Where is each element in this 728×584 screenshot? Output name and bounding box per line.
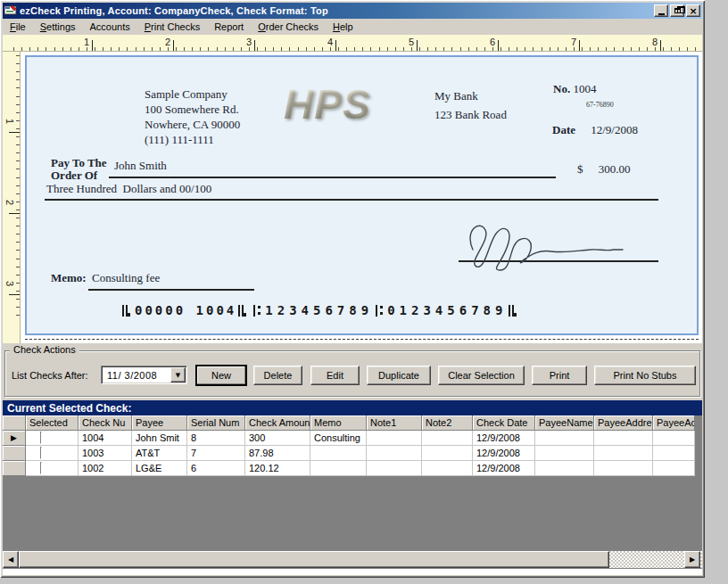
cell-payee-ac[interactable] — [653, 446, 695, 461]
cell-check-num[interactable]: 1004 — [79, 431, 132, 446]
cell-amount[interactable]: 87.98 — [245, 446, 310, 461]
new-button[interactable]: New — [196, 366, 246, 385]
cell-note2[interactable] — [422, 461, 473, 476]
cell-note2[interactable] — [422, 431, 473, 446]
restore-button[interactable] — [670, 4, 684, 17]
check-number-value: 1004 — [573, 82, 596, 95]
row-checkbox[interactable] — [40, 432, 42, 444]
menu-order-checks[interactable]: Order Checks — [251, 20, 326, 34]
column-header-check-num[interactable]: Check Nu — [79, 415, 132, 431]
scroll-right-button[interactable]: ▶ — [684, 551, 700, 568]
cell-serial[interactable]: 7 — [187, 446, 245, 461]
cell-payee[interactable]: LG&E — [132, 461, 187, 476]
window-title: ezCheck Printing, Account: CompanyCheck,… — [20, 5, 328, 16]
menu-report[interactable]: Report — [207, 20, 251, 34]
menu-bar: File Settings Accounts Print Checks Repo… — [3, 19, 702, 35]
cell-payee[interactable]: John Smit — [132, 431, 187, 446]
ruler-number: 2 — [4, 197, 15, 208]
micr-transit-icon — [252, 305, 261, 317]
menu-print-checks[interactable]: Print Checks — [137, 20, 207, 34]
selected-checkbox-cell[interactable] — [26, 446, 79, 461]
cell-check-num[interactable]: 1003 — [79, 446, 132, 461]
row-selector[interactable]: ▶ — [3, 431, 26, 446]
cell-serial[interactable]: 6 — [187, 461, 245, 476]
cell-note1[interactable] — [367, 431, 422, 446]
cell-memo[interactable] — [310, 461, 367, 476]
date-value: 12/9/2008 — [591, 123, 638, 136]
check-actions-panel: Check Actions List Checks After: 11/ 3/2… — [3, 343, 702, 399]
chevron-down-icon: ▼ — [176, 372, 180, 379]
cell-payee-addre[interactable] — [594, 431, 653, 446]
column-header-check-date[interactable]: Check Date — [473, 415, 535, 431]
column-header-selector — [3, 415, 26, 431]
ruler-number: 5 — [398, 37, 414, 47]
clear-selection-button[interactable]: Clear Selection — [438, 366, 525, 385]
scroll-left-button[interactable]: ◀ — [3, 551, 19, 568]
cell-memo[interactable] — [310, 446, 367, 461]
list-after-date-picker[interactable]: 11/ 3/2008 ▼ — [101, 366, 187, 384]
column-header-check-amount[interactable]: Check Amount — [245, 415, 310, 431]
minimize-button[interactable] — [654, 4, 668, 17]
cell-payee-addre[interactable] — [594, 446, 653, 461]
delete-button[interactable]: Delete — [253, 366, 302, 385]
cell-memo[interactable]: Consulting — [310, 431, 367, 446]
cell-check-num[interactable]: 1002 — [79, 461, 132, 476]
cell-payee-name[interactable] — [535, 431, 594, 446]
row-checkbox[interactable] — [40, 447, 42, 459]
print-no-stubs-button[interactable]: Print No Stubs — [594, 366, 696, 385]
logo-watermark: HPS — [284, 80, 371, 128]
menu-accounts[interactable]: Accounts — [83, 20, 137, 34]
column-header-payee-ac[interactable]: PayeeAc — [653, 415, 695, 431]
selected-checkbox-cell[interactable] — [26, 461, 79, 476]
cell-payee-ac[interactable] — [653, 431, 695, 446]
pay-to-label: Pay To The Order Of — [51, 157, 107, 182]
memo-label: Memo: — [51, 271, 87, 284]
cell-payee-ac[interactable] — [653, 461, 695, 476]
ruler-number: 8 — [641, 37, 658, 47]
cell-payee-name[interactable] — [535, 461, 594, 476]
menu-settings[interactable]: Settings — [33, 20, 83, 34]
cell-payee-addre[interactable] — [594, 461, 653, 476]
cell-amount[interactable]: 120.12 — [245, 461, 310, 476]
scrollbar-thumb[interactable] — [19, 551, 609, 568]
column-header-serial-num[interactable]: Serial Num — [187, 415, 245, 431]
column-header-payee[interactable]: Payee — [132, 415, 187, 431]
row-selector[interactable] — [3, 461, 26, 476]
row-checkbox[interactable] — [40, 462, 42, 474]
edit-button[interactable]: Edit — [310, 366, 360, 385]
cell-date[interactable]: 12/9/2008 — [473, 461, 535, 476]
column-header-memo[interactable]: Memo — [310, 415, 367, 431]
column-header-note1[interactable]: Note1 — [367, 415, 422, 431]
cell-amount[interactable]: 300 — [245, 431, 310, 446]
cell-payee[interactable]: AT&T — [132, 446, 187, 461]
cell-payee-name[interactable] — [535, 446, 594, 461]
column-header-payee-name[interactable]: PayeeName — [535, 415, 594, 431]
duplicate-button[interactable]: Duplicate — [367, 366, 431, 385]
ruler-number: 3 — [4, 278, 15, 289]
selected-checkbox-cell[interactable] — [26, 431, 79, 446]
row-selector[interactable] — [3, 446, 26, 461]
column-header-selected[interactable]: Selected — [26, 415, 79, 431]
check-boundary-dashed-line — [25, 339, 699, 340]
cell-date[interactable]: 12/9/2008 — [473, 431, 535, 446]
micr-line: 00000 1004 123456789 0123456789 — [120, 303, 521, 317]
dollar-sign: $ — [577, 162, 583, 176]
title-bar: ezCheck Printing, Account: CompanyCheck,… — [3, 3, 702, 19]
cell-note1[interactable] — [367, 461, 422, 476]
status-strip — [3, 569, 702, 575]
memo-field: Memo: — [51, 271, 87, 285]
menu-file[interactable]: File — [3, 20, 33, 34]
cell-note1[interactable] — [367, 446, 422, 461]
list-checks-after-label: List Checks After: — [12, 370, 88, 381]
column-header-payee-addre[interactable]: PayeeAddre — [594, 415, 653, 431]
cell-date[interactable]: 12/9/2008 — [473, 446, 535, 461]
ruler-number: 4 — [317, 37, 333, 47]
print-button[interactable]: Print — [532, 366, 587, 385]
menu-help[interactable]: Help — [326, 20, 360, 34]
close-button[interactable]: × — [686, 4, 700, 17]
date-picker-dropdown-button[interactable]: ▼ — [170, 367, 186, 382]
cell-serial[interactable]: 8 — [187, 431, 245, 446]
cell-note2[interactable] — [422, 446, 473, 461]
column-header-note2[interactable]: Note2 — [422, 415, 473, 431]
grid-horizontal-scrollbar[interactable]: ◀ ▶ — [3, 551, 702, 568]
